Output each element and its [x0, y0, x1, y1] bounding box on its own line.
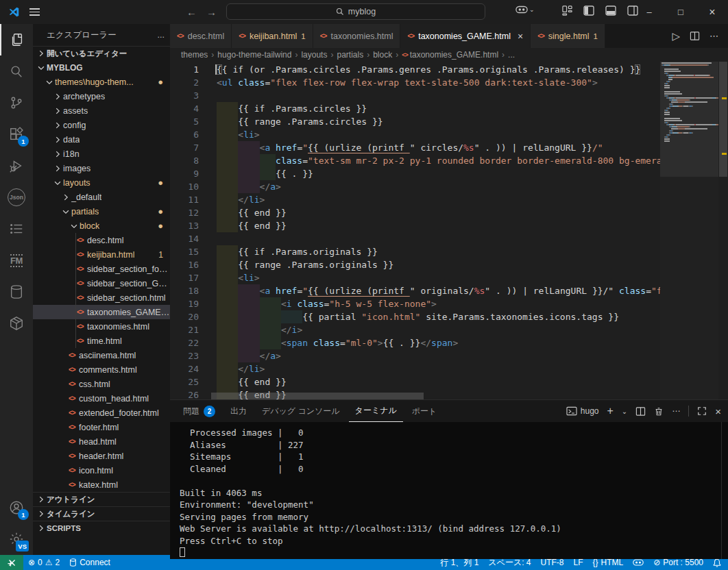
breadcrumb-item[interactable]: layouts — [301, 50, 327, 60]
activity-front-matter-icon[interactable]: FM — [0, 245, 33, 276]
activity-source-control-icon[interactable] — [0, 87, 33, 119]
more-actions-icon[interactable]: ⋯ — [672, 406, 680, 416]
tree-item-data[interactable]: data — [33, 132, 170, 147]
breadcrumb-item[interactable]: block — [373, 50, 392, 60]
problems-status[interactable]: ⊗ 0 ⚠ 2 — [23, 555, 64, 570]
tab-single-html[interactable]: <>single.html1 — [531, 24, 605, 48]
connect-status[interactable]: Connect — [64, 555, 115, 570]
panel-tab-デバッグ コンソール[interactable]: デバッグ コンソール — [256, 400, 346, 422]
minimize-button[interactable]: – — [633, 0, 665, 24]
tree-item-sidebar-section-html[interactable]: <>sidebar_section.html — [33, 290, 170, 305]
tab-taxonomies-game-html[interactable]: <>taxonomies_GAME.html× — [400, 24, 531, 48]
tree-item-sidebar-section-foot-[interactable]: <>sidebar_section_foot... — [33, 262, 170, 276]
minimap[interactable] — [660, 62, 718, 399]
sidebar-section--[interactable]: タイムライン — [33, 506, 170, 521]
tree-item-block[interactable]: block● — [33, 219, 170, 233]
terminal[interactable]: Processed images | 0 Aliases | 227 Sitem… — [170, 422, 728, 559]
editor-horizontal-scrollbar[interactable] — [211, 393, 424, 399]
code-line-25[interactable]: 25{{ end }} — [170, 375, 660, 388]
new-terminal-button[interactable]: + — [607, 405, 614, 417]
code-line-8[interactable]: 8class="text-sm mr-2 px-2 py-1 rounded b… — [170, 154, 660, 167]
run-button[interactable]: ▷ — [672, 30, 680, 42]
tab-keijiban-html[interactable]: <>keijiban.html1 — [232, 24, 313, 48]
tree-item-assets[interactable]: assets — [33, 103, 170, 118]
code-line-24[interactable]: 24</li> — [170, 362, 660, 375]
tab-taxonomies-html[interactable]: <>taxonomies.html — [313, 24, 401, 48]
code-line-12[interactable]: 12{{ end }} — [170, 206, 660, 219]
nav-back-button[interactable]: ← — [186, 6, 197, 18]
activity-package-icon[interactable] — [0, 308, 33, 339]
breadcrumb-item[interactable]: taxonomies_GAME.html — [410, 50, 498, 60]
terminal-profile[interactable]: hugo — [566, 406, 599, 416]
maximize-button[interactable]: □ — [665, 0, 696, 24]
breadcrumb[interactable]: themes›hugo-theme-tailwind›layouts›parti… — [170, 48, 728, 62]
sidebar-section--[interactable]: 開いているエディター — [33, 46, 170, 60]
code-line-15[interactable]: 15{{ if .Params.originals }} — [170, 245, 660, 258]
tree-item-sidebar-section-ga-[interactable]: <>sidebar_section_GA... — [33, 276, 170, 290]
copilot-button[interactable]: ⌄ — [515, 5, 535, 14]
code-line-19[interactable]: 19<i class="h-5 w-5 flex-none"> — [170, 297, 660, 310]
code-line-21[interactable]: 21</i> — [170, 323, 660, 336]
tree-item-footer-html[interactable]: <>footer.html — [33, 420, 170, 434]
tree-item-i18n[interactable]: i18n — [33, 147, 170, 161]
remote-indicator[interactable] — [0, 555, 23, 570]
tree-item-desc-html[interactable]: <>desc.html — [33, 233, 170, 247]
tree-item-images[interactable]: images — [33, 161, 170, 175]
tree-item-head-html[interactable]: <>head.html — [33, 434, 170, 449]
tree-item-taxonomies-game-h-[interactable]: <>taxonomies_GAME.h... — [33, 305, 170, 319]
toggle-sidebar-icon[interactable] — [583, 5, 594, 16]
code-line-22[interactable]: 22<span class="ml-0">{{ . }}</span> — [170, 336, 660, 349]
close-tab-icon[interactable]: × — [518, 31, 523, 42]
tree-item-comments-html[interactable]: <>comments.html — [33, 362, 170, 377]
tree-item-css-html[interactable]: <>css.html — [33, 377, 170, 391]
panel-tab-terminal[interactable]: ターミナル — [349, 400, 403, 422]
code-line-20[interactable]: 20{{ partial "icon.html" site.Params.tax… — [170, 310, 660, 323]
sidebar-section--[interactable]: アウトライン — [33, 492, 170, 506]
tree-item-icon-html[interactable]: <>icon.html — [33, 463, 170, 478]
split-terminal-icon[interactable] — [635, 406, 646, 417]
tree-item-extended-footer-html[interactable]: <>extended_footer.html — [33, 406, 170, 420]
breadcrumb-item[interactable]: themes — [181, 50, 208, 60]
editor-vertical-scrollbar[interactable] — [718, 62, 728, 399]
terminal-scrollbar[interactable] — [721, 422, 728, 559]
more-actions-icon[interactable]: ... — [158, 30, 165, 40]
sidebar-section-scripts[interactable]: SCRIPTS — [33, 521, 170, 535]
code-line-4[interactable]: 4{{ if .Params.circles }} — [170, 102, 660, 115]
code-line-16[interactable]: 16{{ range .Params.originals }} — [170, 258, 660, 271]
kill-terminal-icon[interactable] — [654, 406, 664, 417]
tree-item-taxonomies-html[interactable]: <>taxonomies.html — [33, 319, 170, 334]
split-editor-icon[interactable] — [690, 31, 700, 41]
code-line-5[interactable]: 5{{ range .Params.circles }} — [170, 115, 660, 128]
activity-settings-icon[interactable]: VS — [0, 523, 33, 555]
command-center-search[interactable]: myblog — [226, 3, 485, 20]
tab-desc-html[interactable]: <>desc.html — [170, 24, 232, 48]
tree-item-partials[interactable]: partials● — [33, 204, 170, 219]
menu-icon[interactable] — [29, 6, 40, 18]
code-line-14[interactable]: 14 — [170, 232, 660, 245]
tree-item-myblog[interactable]: MYBLOG — [33, 60, 170, 75]
close-panel-icon[interactable]: × — [715, 406, 721, 417]
code-line-13[interactable]: 13{{ end }} — [170, 219, 660, 232]
tree-item--default[interactable]: _default — [33, 190, 170, 204]
maximize-panel-icon[interactable] — [697, 406, 707, 416]
tree-item-archetypes[interactable]: archetypes — [33, 89, 170, 103]
close-button[interactable]: × — [696, 0, 728, 24]
toggle-panel-icon[interactable] — [605, 5, 616, 16]
activity-database-icon[interactable] — [0, 276, 33, 308]
tree-item-header-html[interactable]: <>header.html — [33, 449, 170, 463]
activity-explorer-icon[interactable] — [0, 24, 33, 55]
code-line-18[interactable]: 18<a href="{{ (urlize (printf " original… — [170, 284, 660, 297]
code-line-6[interactable]: 6<li> — [170, 128, 660, 141]
activity-json-icon[interactable]: Json — [0, 182, 33, 213]
tree-item-custom-head-html[interactable]: <>custom_head.html — [33, 391, 170, 406]
more-actions-icon[interactable]: ⋯ — [709, 31, 718, 41]
tree-item-themes-hugo-them-[interactable]: themes\hugo-them...● — [33, 75, 170, 89]
activity-extensions-icon[interactable]: 1 — [0, 119, 33, 150]
tree-item-config[interactable]: config — [33, 118, 170, 132]
code-line-1[interactable]: 1{{ if (or .Params.circles .Params.genre… — [170, 63, 660, 76]
breadcrumb-item[interactable]: ... — [508, 50, 515, 60]
tree-item-asciinema-html[interactable]: <>asciinema.html — [33, 348, 170, 362]
tree-item-keijiban-html[interactable]: <>keijiban.html1 — [33, 247, 170, 262]
breadcrumb-item[interactable]: partials — [337, 50, 363, 60]
activity-accounts-icon[interactable]: 1 — [0, 492, 33, 523]
